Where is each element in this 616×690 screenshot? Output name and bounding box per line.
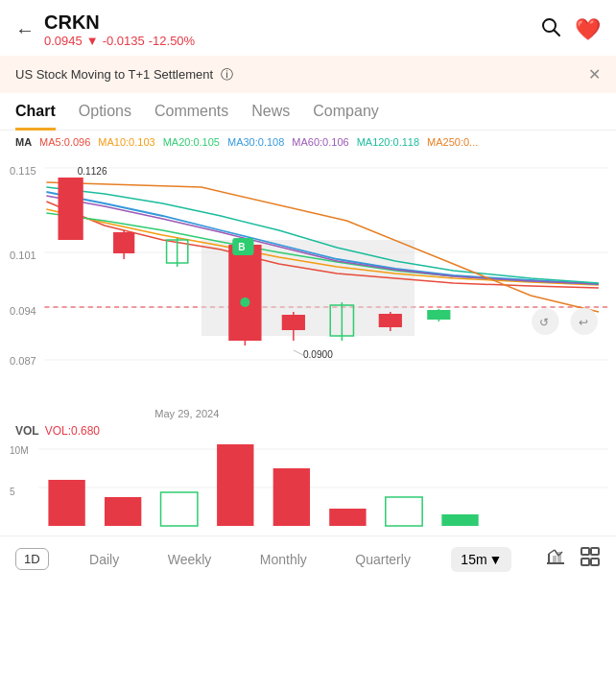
price-chart[interactable]: 0.115 0.101 0.094 0.087 0.1126 bbox=[0, 154, 616, 422]
header-right: ❤️ bbox=[540, 16, 601, 43]
svg-line-52 bbox=[549, 550, 555, 554]
chart-svg: 0.115 0.101 0.094 0.087 0.1126 bbox=[8, 154, 608, 422]
ma-row: MA MA5:0.096 MA10:0.103 MA20:0.105 MA30:… bbox=[0, 131, 616, 154]
tab-options[interactable]: Options bbox=[79, 103, 131, 130]
banner-close-button[interactable]: ✕ bbox=[588, 65, 601, 83]
ma-label: MA bbox=[15, 136, 32, 148]
info-icon[interactable]: ⓘ bbox=[221, 67, 233, 82]
ma120[interactable]: MA120:0.118 bbox=[357, 136, 419, 148]
svg-text:0.115: 0.115 bbox=[10, 165, 36, 177]
price-value: 0.0945 bbox=[44, 34, 83, 48]
svg-rect-25 bbox=[282, 315, 305, 330]
svg-rect-56 bbox=[553, 556, 557, 563]
announcement-banner: US Stock Moving to T+1 Settlement ⓘ ✕ bbox=[0, 56, 616, 93]
back-button[interactable]: ← bbox=[15, 19, 35, 41]
svg-rect-47 bbox=[273, 468, 310, 526]
tab-chart[interactable]: Chart bbox=[15, 103, 56, 131]
vol-label-row: VOL VOL:0.680 bbox=[0, 422, 616, 440]
svg-text:0.0900: 0.0900 bbox=[303, 349, 333, 360]
svg-rect-58 bbox=[581, 548, 589, 555]
ma20[interactable]: MA20:0.105 bbox=[163, 136, 220, 148]
vol-svg: 10M 5 bbox=[8, 440, 608, 535]
vol-value: VOL:0.680 bbox=[45, 424, 100, 438]
svg-rect-61 bbox=[591, 559, 599, 565]
svg-point-23 bbox=[240, 297, 249, 307]
svg-rect-48 bbox=[329, 509, 366, 526]
ma10[interactable]: MA10:0.103 bbox=[98, 136, 154, 148]
ticker-info: CRKN 0.0945 ▼ -0.0135 -12.50% bbox=[44, 12, 195, 48]
svg-rect-29 bbox=[379, 314, 402, 327]
svg-line-1 bbox=[555, 31, 560, 36]
timeframe-label: 15m bbox=[461, 552, 486, 567]
fullscreen-icon[interactable] bbox=[580, 546, 601, 572]
ma5[interactable]: MA5:0.096 bbox=[39, 136, 90, 148]
price-arrow: ▼ bbox=[86, 34, 99, 48]
tab-comments[interactable]: Comments bbox=[154, 103, 228, 130]
ma250[interactable]: MA250:0... bbox=[427, 136, 478, 148]
vol-label: VOL bbox=[15, 424, 39, 438]
svg-rect-60 bbox=[581, 559, 589, 565]
svg-rect-57 bbox=[557, 552, 561, 563]
svg-line-33 bbox=[294, 350, 303, 355]
svg-rect-59 bbox=[591, 548, 599, 555]
period-quarterly[interactable]: Quarterly bbox=[347, 548, 418, 571]
ma60[interactable]: MA60:0.106 bbox=[292, 136, 348, 148]
svg-text:0.087: 0.087 bbox=[10, 355, 36, 367]
nav-tabs: Chart Options Comments News Company bbox=[0, 93, 616, 131]
svg-text:↩: ↩ bbox=[579, 316, 588, 329]
timeframe-selector[interactable]: 15m ▼ bbox=[451, 547, 511, 572]
tab-news[interactable]: News bbox=[251, 103, 290, 130]
period-daily[interactable]: Daily bbox=[82, 548, 127, 571]
volume-chart: 10M 5 bbox=[0, 440, 616, 535]
bottom-toolbar: 1D Daily Weekly Monthly Quarterly 15m ▼ bbox=[0, 535, 616, 582]
svg-rect-49 bbox=[386, 497, 422, 526]
svg-text:5: 5 bbox=[10, 487, 15, 497]
svg-rect-13 bbox=[59, 178, 83, 240]
svg-rect-45 bbox=[161, 492, 198, 526]
timeframe-chevron-icon: ▼ bbox=[489, 552, 503, 567]
svg-text:↺: ↺ bbox=[539, 316, 549, 329]
svg-rect-50 bbox=[441, 514, 478, 526]
period-monthly[interactable]: Monthly bbox=[252, 548, 315, 571]
svg-rect-31 bbox=[427, 310, 450, 320]
tab-company[interactable]: Company bbox=[313, 103, 378, 130]
search-icon[interactable] bbox=[540, 16, 561, 43]
ma30[interactable]: MA30:0.108 bbox=[227, 136, 284, 148]
period-weekly[interactable]: Weekly bbox=[160, 548, 220, 571]
price-change-pct: -12.50% bbox=[149, 34, 195, 48]
ticker-symbol: CRKN bbox=[44, 12, 195, 34]
svg-text:0.1126: 0.1126 bbox=[78, 166, 107, 177]
svg-rect-16 bbox=[113, 232, 134, 253]
favorite-icon[interactable]: ❤️ bbox=[575, 17, 601, 42]
header: ← CRKN 0.0945 ▼ -0.0135 -12.50% ❤️ bbox=[0, 0, 616, 56]
svg-text:0.101: 0.101 bbox=[10, 250, 36, 261]
chart-tool-icons bbox=[545, 546, 601, 572]
svg-text:B: B bbox=[238, 242, 245, 252]
svg-text:May 29, 2024: May 29, 2024 bbox=[154, 408, 219, 419]
price-change: -0.0135 bbox=[103, 34, 145, 48]
ticker-price: 0.0945 ▼ -0.0135 -12.50% bbox=[44, 34, 195, 48]
svg-rect-43 bbox=[48, 480, 84, 526]
indicator-icon[interactable] bbox=[545, 546, 566, 572]
banner-text: US Stock Moving to T+1 Settlement ⓘ bbox=[15, 66, 233, 83]
1d-button[interactable]: 1D bbox=[15, 548, 49, 570]
svg-rect-20 bbox=[228, 245, 261, 341]
svg-rect-44 bbox=[105, 497, 141, 526]
svg-rect-46 bbox=[217, 444, 253, 526]
svg-text:0.094: 0.094 bbox=[10, 305, 36, 317]
svg-text:10M: 10M bbox=[10, 445, 29, 456]
header-left: ← CRKN 0.0945 ▼ -0.0135 -12.50% bbox=[15, 12, 195, 48]
